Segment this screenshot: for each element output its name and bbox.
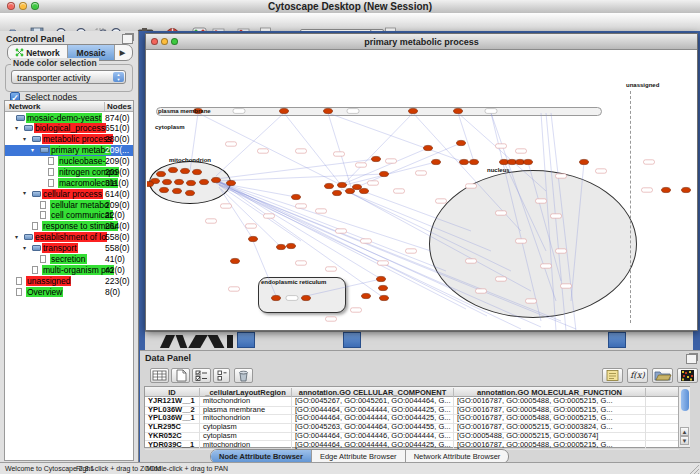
folder-icon (24, 234, 33, 240)
table-cell: [GO:0044464, GO:0044444, GO:0044425, G..… (292, 441, 454, 450)
tree-row-label: cellular metabo (50, 200, 110, 210)
tree-expander-icon[interactable]: ▾ (15, 234, 18, 241)
column-header-id[interactable]: ID (145, 388, 200, 397)
dropdown-stepper-icon[interactable]: ▲▼ (113, 72, 124, 82)
tree-row-node-count: 264(0) (105, 221, 130, 231)
tree-row-cellular-metabo[interactable]: cellular metabo209(0) (5, 199, 133, 210)
graph-edge (219, 187, 253, 239)
tree-expander-icon[interactable]: ▾ (23, 136, 26, 143)
import-attributes-icon[interactable] (652, 368, 673, 383)
file-icon (32, 222, 38, 230)
plasma-membrane-label: plasma membrane (158, 108, 211, 114)
graph-node (325, 183, 334, 188)
select-attributes-table-icon[interactable] (150, 368, 169, 383)
tree-row-multi-organism-pro[interactable]: multi-organism pro42(0) (5, 264, 133, 275)
window-titlebar: Cytoscape Desktop (New Session) (0, 0, 700, 14)
tree-row-node-count: 22(0) (105, 210, 125, 220)
node-color-dropdown[interactable]: transporter activity ▲▼ (11, 70, 126, 84)
tree-row-node-count: 42(0) (105, 265, 125, 275)
tree-row-node-count: 311(0) (105, 178, 129, 188)
function-builder-icon[interactable]: f(x) (627, 368, 648, 383)
scroll-up-icon[interactable]: ▲ (680, 427, 689, 436)
tree-row-overview[interactable]: Overview8(0) (5, 286, 133, 297)
tree-row-macromolecule[interactable]: macromolecule311(0) (5, 177, 133, 188)
attribute-notes-icon[interactable] (602, 368, 623, 383)
graph-node (460, 159, 469, 164)
unselect-attributes-icon[interactable] (213, 368, 230, 383)
graph-node (287, 243, 296, 248)
gene-label-chip (368, 181, 379, 185)
network-canvas[interactable]: plasma membrane cytoplasm mitochondrion … (147, 51, 697, 330)
tree-row-cell-communicat[interactable]: cell communicat22(0) (5, 210, 133, 221)
create-new-attribute-icon[interactable] (171, 368, 190, 383)
graph-edge (216, 181, 456, 291)
float-panel-icon[interactable] (122, 34, 133, 44)
tree-row-cellular-process[interactable]: ▾cellular process614(0) (5, 188, 133, 199)
tree-expander-icon[interactable]: ▾ (15, 125, 18, 132)
tree-row-node-count: 8(0) (105, 287, 120, 297)
tab-overflow-arrow-icon[interactable]: ▶ (115, 45, 130, 60)
tree-row-nucleobase-[interactable]: nucleobase-209(0) (5, 156, 133, 167)
graph-node (380, 295, 389, 300)
tree-row-label: nucleobase- (58, 156, 106, 166)
table-cell: YDR039C__1 (145, 441, 200, 450)
tree-row-mosaic-demo-yeast[interactable]: mosaic-demo-yeast874(0) (5, 112, 133, 123)
column-header-go-molecular-function[interactable]: annotation.GO MOLECULAR_FUNCTION (454, 388, 646, 397)
gene-label-chip (258, 149, 269, 153)
nucleus-label: nucleus (487, 167, 510, 173)
tree-column-nodes: Nodes (104, 102, 131, 111)
table-cell: [GO:0016787, GO:0005488, GO:0005215, G..… (454, 414, 646, 423)
gene-label-chip (378, 261, 389, 265)
tree-row-primary-metabo[interactable]: ▾primary metabo209(... (5, 145, 133, 156)
graph-edge (328, 113, 464, 162)
tree-row-node-count: 280(0) (105, 134, 130, 144)
control-panel: Control Panel Network Mosaic ▶ Node colo… (0, 31, 139, 462)
column-header-cellular-layout-region[interactable]: _cellularLayoutRegion (200, 388, 292, 397)
tree-row-biological-process[interactable]: ▾biological_process651(0) (5, 123, 133, 134)
control-panel-title: Control Panel (6, 34, 65, 44)
gene-label-chip (316, 209, 327, 213)
tree-row-secretion[interactable]: secretion41(0) (5, 253, 133, 264)
float-data-panel-icon[interactable] (686, 354, 697, 364)
delete-attribute-icon[interactable] (234, 368, 253, 383)
graph-edge (216, 113, 284, 176)
tree-row-node-count: 614(0) (105, 189, 130, 199)
table-cell: [GO:0005488, GO:0005215, GO:0003674] (454, 432, 646, 441)
gene-label-chip (351, 308, 362, 312)
gene-label-chip (596, 169, 607, 173)
tree-row-establishment-of-lo[interactable]: ▾establishment of lo558(0) (5, 232, 133, 243)
file-icon (40, 201, 46, 209)
tree-row-transport[interactable]: ▾transport558(0) (5, 243, 133, 254)
graph-node (231, 258, 240, 263)
status-bar: Welcome to Cytoscape 2.8.1 Right-click +… (0, 462, 700, 474)
scrollbar-thumb[interactable] (681, 389, 689, 411)
gene-label-chip (334, 152, 345, 156)
graph-node (362, 293, 371, 298)
tree-row-unassigned[interactable]: unassigned223(0) (5, 275, 133, 286)
attribute-matrix-icon[interactable] (677, 368, 698, 383)
tree-row-response-to-stimulu[interactable]: response to stimulu264(0) (5, 221, 133, 232)
tree-expander-icon[interactable]: ▾ (31, 147, 34, 154)
tree-expander-icon[interactable]: ▾ (23, 190, 26, 197)
table-cell: mitochondrion (200, 441, 292, 450)
gene-label-chip (356, 163, 367, 167)
table-cell: [GO:0016787, GO:0005488, GO:0005215, G..… (454, 406, 646, 415)
tree-expander-icon[interactable]: ▾ (23, 245, 26, 252)
graph-node (508, 159, 517, 164)
tree-column-network: Network (9, 102, 41, 111)
region-unassigned-divider (630, 91, 631, 323)
gene-label-chip (326, 267, 337, 271)
tree-row-label: cell communicat (50, 210, 113, 220)
table-cell: mitochondrion (200, 414, 292, 423)
scroll-down-icon[interactable]: ▼ (680, 436, 689, 445)
column-header-go-cellular-component[interactable]: annotation.GO CELLULAR_COMPONENT (292, 388, 454, 397)
select-attributes-icon[interactable] (192, 368, 211, 383)
gene-label-chip (221, 204, 232, 208)
resize-grip-icon[interactable] (690, 465, 699, 474)
gene-label-chip (406, 249, 417, 253)
table-vertical-scrollbar[interactable]: ▲ ▼ (678, 387, 690, 447)
tree-row-nitrogen-compo[interactable]: nitrogen compo209(0) (5, 166, 133, 177)
graph-edge (458, 113, 474, 162)
table-cell: cytoplasm (200, 423, 292, 432)
tree-row-metabolic-process[interactable]: ▾metabolic process280(0) (5, 134, 133, 145)
